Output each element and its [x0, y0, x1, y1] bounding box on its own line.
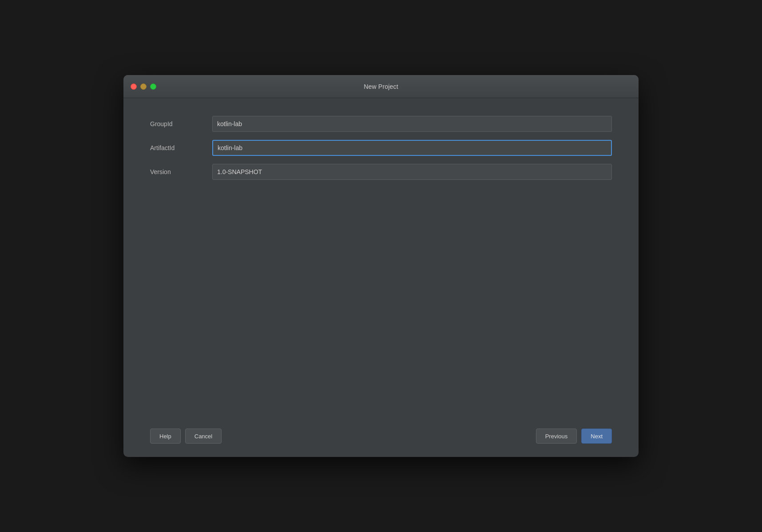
artifactid-input[interactable] [212, 140, 612, 156]
groupid-label: GroupId [150, 120, 203, 127]
dialog-footer: Help Cancel Previous Next [123, 420, 639, 457]
minimize-button[interactable] [140, 83, 147, 90]
dialog-window: New Project GroupId ArtifactId Version H… [123, 75, 639, 457]
version-input[interactable] [212, 164, 612, 180]
version-row: Version [150, 164, 612, 180]
title-bar: New Project [123, 75, 639, 98]
artifactid-label: ArtifactId [150, 144, 203, 151]
footer-left: Help Cancel [150, 429, 222, 444]
dialog-content: GroupId ArtifactId Version [123, 98, 639, 420]
window-title: New Project [364, 83, 398, 90]
cancel-button[interactable]: Cancel [185, 429, 222, 444]
form-area: GroupId ArtifactId Version [150, 116, 612, 180]
close-button[interactable] [131, 83, 137, 90]
groupid-input[interactable] [212, 116, 612, 132]
artifactid-row: ArtifactId [150, 140, 612, 156]
previous-button[interactable]: Previous [536, 429, 577, 444]
groupid-row: GroupId [150, 116, 612, 132]
footer-right: Previous Next [536, 429, 612, 444]
version-label: Version [150, 168, 203, 175]
maximize-button[interactable] [150, 83, 156, 90]
help-button[interactable]: Help [150, 429, 181, 444]
traffic-lights [131, 83, 156, 90]
next-button[interactable]: Next [581, 429, 612, 444]
